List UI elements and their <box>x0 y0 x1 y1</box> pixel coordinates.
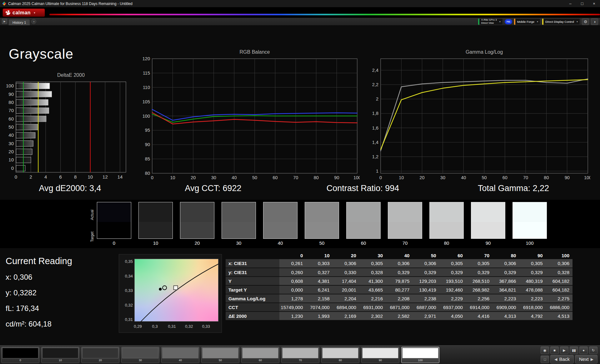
table-cell: 0,303 <box>306 259 332 268</box>
history-panel-expander-button[interactable]: ▶ <box>2 19 7 24</box>
table-cell: 0,306 <box>546 259 572 268</box>
rgb-balance-line-chart: 0102030405060708090100120115110105100959… <box>140 56 360 182</box>
grayscale-patch-button[interactable]: 20 <box>81 347 119 363</box>
deltae-bar <box>16 108 49 114</box>
table-cell: 2,158 <box>306 294 332 303</box>
avg-cct-stat: Avg CCT: 6922 <box>185 184 241 193</box>
settings-gear-button[interactable]: ⚙ <box>582 18 589 25</box>
table-row-label: x: CIE31 <box>226 259 279 268</box>
panel-toggle-button[interactable]: ◑ <box>591 18 598 25</box>
table-column-header: 90 <box>519 252 546 259</box>
y-axis-tick-label: 2,4 <box>372 68 378 73</box>
deltae-bar <box>16 165 25 171</box>
window-controls: – □ × <box>564 0 600 7</box>
back-button[interactable]: ◀ Back <box>550 355 574 363</box>
toolbar-left: ▶ History 1 + <box>2 18 477 25</box>
y-axis-tick-label: 1,2 <box>372 154 378 159</box>
swatch-target-color <box>347 222 380 239</box>
table-cell: 0,329 <box>386 268 412 277</box>
patch-label: 10 <box>42 358 78 362</box>
x-axis-tick-label: 0 <box>151 175 153 180</box>
patch-color-fill <box>242 348 278 358</box>
pause-button[interactable]: ▮▮ <box>570 347 578 354</box>
grayscale-patch-button[interactable]: 0 <box>1 347 39 363</box>
calman-logo-menu[interactable]: calman ▾ <box>2 8 45 17</box>
table-cell: 6914,000 <box>466 303 492 312</box>
read-continuous-button[interactable]: ▶ <box>560 347 568 354</box>
snapshot-button[interactable]: ◉ <box>541 347 549 354</box>
total-gamma-stat: Total Gamma: 2,22 <box>478 184 549 193</box>
swatch-box <box>346 202 381 239</box>
grayscale-patch-button[interactable]: 100 <box>401 347 439 363</box>
grayscale-swatch: 90 <box>471 202 505 246</box>
stop-button[interactable]: ■ <box>550 347 559 354</box>
play-icon: ▶ <box>563 348 565 352</box>
patch-label: 60 <box>242 358 278 362</box>
grayscale-patch-button[interactable]: 50 <box>201 347 239 363</box>
table-cell: 6894,000 <box>333 303 359 312</box>
patch-color-fill <box>282 348 318 358</box>
x-axis-tick-label: 12 <box>102 174 108 180</box>
read-series-button[interactable]: ● <box>579 347 588 354</box>
table-cell: 2,216 <box>359 294 386 303</box>
patch-color-fill <box>322 348 358 358</box>
refresh-button[interactable]: ↻ <box>589 347 598 354</box>
table-cell: 2,229 <box>439 294 466 303</box>
x-axis-tick-label: 10 <box>88 174 93 180</box>
x-axis-tick-label: 90 <box>565 175 570 180</box>
x-axis-tick-label: 8 <box>74 174 77 180</box>
chevron-down-icon: ▾ <box>577 20 578 23</box>
display-control-dropdown[interactable]: Direct Display Control ▾ <box>542 18 580 25</box>
grayscale-patch-button[interactable]: 10 <box>41 347 79 363</box>
cie-x-axis-tick-label: 0,33 <box>202 324 210 329</box>
table-cell: 0,305 <box>466 259 492 268</box>
patch-color-fill <box>202 348 238 358</box>
reading-x-value: x: 0,306 <box>6 273 72 282</box>
table-cell: 6886,000 <box>546 303 572 312</box>
toolbar-right: X-Rite i1Pro 3 Direct View ▾ 701 Mobile … <box>478 18 598 25</box>
deltae-bar <box>16 91 52 97</box>
cie-y-axis-tick-label: 0,31 <box>120 317 133 322</box>
add-tab-button[interactable]: + <box>31 19 36 24</box>
patch-label: 20 <box>82 358 118 362</box>
grayscale-patch-button[interactable]: 40 <box>161 347 199 363</box>
tab-history-1[interactable]: History 1 <box>8 19 30 25</box>
table-cell: 4,381 <box>306 277 332 285</box>
grayscale-patch-button[interactable]: 80 <box>321 347 359 363</box>
table-cell: 6931,000 <box>359 303 386 312</box>
y-axis-tick-label: 90 <box>8 91 14 97</box>
table-cell: 20,001 <box>333 285 359 294</box>
grayscale-patch-button[interactable]: 70 <box>281 347 319 363</box>
minimize-button[interactable]: – <box>564 0 576 7</box>
grayscale-swatch: 40 <box>263 202 298 246</box>
swatch-target-color <box>430 222 463 239</box>
next-button[interactable]: Next ▶ <box>575 355 598 363</box>
table-cell: 17,404 <box>333 277 359 285</box>
source-dropdown[interactable]: Mobile Forge ▾ <box>514 18 540 25</box>
x-axis-tick-label: 60 <box>273 175 278 180</box>
swatch-actual-color <box>222 202 256 222</box>
grayscale-swatch: 10 <box>138 202 173 246</box>
table-cell: 0,306 <box>333 259 359 268</box>
swatch-actual-color <box>97 202 131 222</box>
grayscale-patch-button[interactable]: 90 <box>361 347 399 363</box>
grayscale-swatch: 100 <box>512 202 547 246</box>
meter-label: X-Rite i1Pro 3 Direct View <box>481 18 497 24</box>
patch-color-fill <box>122 348 158 358</box>
y-axis-tick-label: 1,8 <box>372 111 378 116</box>
table-cell: 129,203 <box>412 277 439 285</box>
grayscale-patch-button[interactable]: 30 <box>121 347 159 363</box>
maximize-button[interactable]: □ <box>576 0 588 7</box>
table-cell: 1,993 <box>306 312 332 320</box>
table-column-header: 0 <box>279 252 306 259</box>
pattern-window-button[interactable]: □ <box>541 356 549 363</box>
swatch-actual-color <box>180 202 214 222</box>
meter-dropdown[interactable]: X-Rite i1Pro 3 Direct View ▾ <box>478 18 503 25</box>
table-cell: 2,582 <box>386 312 412 320</box>
x-axis-tick-label: 10 <box>170 175 175 180</box>
grayscale-patch-button[interactable]: 60 <box>241 347 279 363</box>
table-cell: 480,319 <box>519 277 546 285</box>
y-axis-tick-label: 90 <box>145 142 150 147</box>
patch-label: 90 <box>362 358 398 362</box>
close-button[interactable]: × <box>588 0 600 7</box>
